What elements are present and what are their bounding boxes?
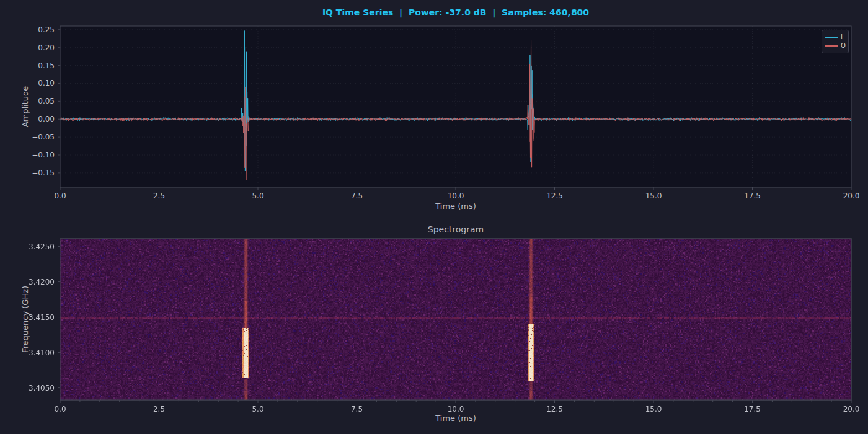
x-tick-label: 20.0 bbox=[843, 192, 860, 200]
legend-label-q: Q bbox=[841, 43, 846, 49]
spectrogram-axes: 0.02.55.07.510.012.515.017.520.03.42503.… bbox=[0, 217, 868, 434]
y-tick-label: 0.25 bbox=[38, 25, 55, 34]
y-tick-label: 0.00 bbox=[38, 115, 55, 123]
y-tick-label: −0.10 bbox=[32, 151, 55, 159]
legend-label-i: I bbox=[841, 34, 843, 40]
x-tick-label: 7.5 bbox=[351, 192, 363, 200]
x-tick-label: 20.0 bbox=[843, 405, 860, 414]
y-tick-label: 0.05 bbox=[38, 97, 55, 105]
x-tick-label: 12.5 bbox=[546, 192, 563, 200]
y-tick-label: 0.10 bbox=[38, 79, 55, 87]
q-line-swatch bbox=[825, 45, 838, 46]
y-tick-label: −0.15 bbox=[32, 169, 55, 177]
y-tick-label: 3.4150 bbox=[29, 313, 55, 322]
y-tick-label: 3.4200 bbox=[29, 278, 55, 286]
y-tick-label: 3.4050 bbox=[29, 384, 55, 392]
y-tick-label: −0.05 bbox=[32, 133, 55, 141]
x-tick-label: 10.0 bbox=[448, 405, 464, 414]
spectrogram-spines bbox=[60, 239, 851, 400]
x-tick-label: 10.0 bbox=[448, 192, 464, 200]
y-tick-label: 0.20 bbox=[38, 43, 55, 52]
legend-item-q: Q bbox=[825, 42, 845, 50]
x-tick-label: 2.5 bbox=[153, 192, 165, 200]
iq-time-series-plot: 0.02.55.07.510.012.515.017.520.00.250.20… bbox=[0, 0, 868, 217]
y-tick-label: 3.4100 bbox=[29, 348, 55, 357]
x-tick-label: 5.0 bbox=[252, 192, 264, 200]
x-tick-label: 15.0 bbox=[645, 192, 662, 200]
x-tick-label: 2.5 bbox=[153, 405, 165, 414]
x-tick-label: 12.5 bbox=[546, 405, 563, 414]
x-tick-label: 15.0 bbox=[645, 405, 662, 414]
i-line-swatch bbox=[825, 37, 838, 38]
iq-analyzer-figure: IQ Time Series | Power: -37.0 dB | Sampl… bbox=[0, 0, 868, 434]
x-tick-label: 7.5 bbox=[351, 405, 363, 414]
y-tick-label: 3.4250 bbox=[29, 242, 55, 251]
legend: IQ bbox=[822, 30, 849, 53]
x-tick-label: 17.5 bbox=[744, 192, 761, 200]
y-tick-label: 0.15 bbox=[38, 61, 55, 70]
x-tick-label: 5.0 bbox=[252, 405, 264, 414]
x-tick-label: 0.0 bbox=[54, 405, 66, 414]
legend-item-i: I bbox=[825, 33, 845, 42]
x-tick-label: 17.5 bbox=[744, 405, 761, 414]
x-tick-label: 0.0 bbox=[54, 192, 66, 200]
